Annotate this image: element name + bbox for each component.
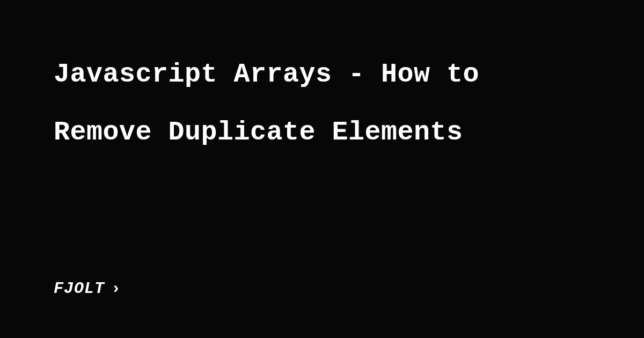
brand-name: FJOLT <box>54 280 105 298</box>
brand-logo: FJOLT › <box>54 280 121 298</box>
main-container: Javascript Arrays - How to Remove Duplic… <box>0 0 644 338</box>
chevron-right-icon: › <box>111 280 121 298</box>
page-title: Javascript Arrays - How to Remove Duplic… <box>54 46 590 161</box>
